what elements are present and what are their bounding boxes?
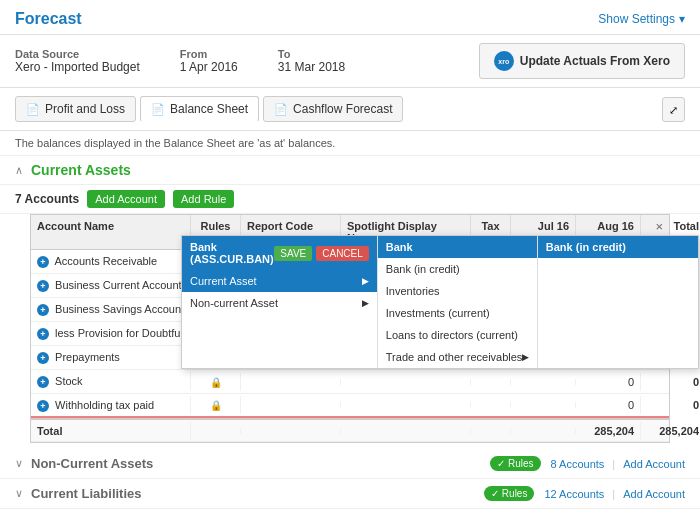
total-cell: 0 [641,373,700,391]
current-liabilities-links: 12 Accounts | Add Account [544,488,685,500]
lock-icon: 🔒 [210,400,222,411]
document-icon: 📄 [151,103,165,116]
account-name-cell: + Accounts Receivable [31,252,191,271]
close-dropdown-button[interactable]: × [655,220,663,233]
table-row: + Stock 🔒 0 0 [31,370,669,394]
add-account-button[interactable]: Add Account [87,190,165,208]
expand-button[interactable]: ⤢ [662,97,685,122]
tax-cell [471,402,511,408]
section-toggle-icon[interactable]: ∨ [15,487,23,500]
dropdown-actions: SAVE CANCEL [274,246,369,261]
accounts-count: 8 Accounts [551,458,605,470]
non-current-assets-links: 8 Accounts | Add Account [551,458,685,470]
account-name-cell: + Withholding tax paid [31,396,191,415]
section-title: Non-Current Assets [31,456,153,471]
document-icon: 📄 [274,103,288,116]
report-code-cell [241,379,341,385]
from-date-item: From 1 Apr 2016 [180,48,238,74]
account-icon: + [37,352,49,364]
jul16-cell [511,379,576,385]
tax-cell [471,379,511,385]
account-icon: + [37,280,49,292]
section-toggle-icon[interactable]: ∧ [15,164,23,177]
chevron-down-icon: ▾ [679,12,685,26]
rules-cell [191,428,241,434]
arrow-right-icon: ▶ [522,352,529,362]
account-icon: + [37,328,49,340]
submenu-item-trade[interactable]: Trade and other receivables ▶ [378,346,537,368]
data-source-bar: Data Source Xero - Imported Budget From … [0,35,700,88]
rules-badge[interactable]: ✓ Rules [490,456,541,471]
accounts-toolbar: 7 Accounts Add Account Add Rule [0,185,700,214]
account-name-cell: + Business Savings Account [31,300,191,319]
aug16-cell: 0 [576,373,641,391]
report-code-cell [241,402,341,408]
aug16-cell: 285,204 [576,422,641,440]
table-row: + Withholding tax paid 🔒 0 0 [31,394,669,418]
app-title: Forecast [15,10,82,28]
balance-note: The balances displayed in the Balance Sh… [0,131,700,156]
accounts-table: Account Name Rules Report Code Spotlight… [30,214,670,443]
spotlight-cell [341,379,471,385]
check-icon: ✓ [497,458,505,469]
current-liabilities-section: ∨ Current Liabilities ✓ Rules 12 Account… [0,479,700,509]
dropdown-item-non-current-asset[interactable]: Non-current Asset ▶ [182,292,377,314]
spotlight-cell [341,402,471,408]
add-account-link[interactable]: Add Account [623,458,685,470]
update-actuals-button[interactable]: xro Update Actuals From Xero [479,43,685,79]
submenu-header: Bank [378,236,537,258]
to-date-item: To 31 Mar 2018 [278,48,345,74]
total-cell: 285,204 [641,422,700,440]
add-account-link[interactable]: Add Account [623,488,685,500]
tab-balance-sheet[interactable]: 📄 Balance Sheet [140,96,259,122]
cancel-report-code-button[interactable]: CANCEL [316,246,369,261]
col-header-account: Account Name [31,215,191,249]
rules-badge[interactable]: ✓ Rules [484,486,535,501]
report-code-cell [241,428,341,434]
submenu-item-loans[interactable]: Loans to directors (current) [378,324,537,346]
jul16-cell [511,428,576,434]
dropdown-header: Bank (ASS.CUR.BAN) SAVE CANCEL [182,236,377,270]
account-icon: + [37,256,49,268]
account-icon: + [37,304,49,316]
accounts-count: 7 Accounts [15,192,79,206]
tab-cashflow-forecast[interactable]: 📄 Cashflow Forecast [263,96,403,122]
total-label-cell: Total [31,422,191,440]
third-col-header: Bank (in credit) [538,236,698,258]
accounts-table-container: Account Name Rules Report Code Spotlight… [15,214,685,443]
total-cell: 0 [641,396,700,414]
app-header: Forecast Show Settings ▾ [0,0,700,35]
tax-cell [471,428,511,434]
rules-cell: 🔒 [191,396,241,414]
expand-icon: ⤢ [669,104,678,116]
non-current-assets-section: ∨ Non-Current Assets ✓ Rules 8 Accounts … [0,449,700,479]
submenu-item-inventories[interactable]: Inventories [378,280,537,302]
aug16-cell: 0 [576,396,641,414]
submenu-item-investments[interactable]: Investments (current) [378,302,537,324]
xero-icon: xro [494,51,514,71]
report-code-dropdown: Bank (ASS.CUR.BAN) SAVE CANCEL Current A… [181,235,699,369]
tab-profit-loss[interactable]: 📄 Profit and Loss [15,96,136,122]
show-settings-link[interactable]: Show Settings ▾ [598,12,685,26]
current-assets-header: ∧ Current Assets [0,156,700,185]
account-name-cell: + Business Current Account [31,276,191,295]
dropdown-first-col: Bank (ASS.CUR.BAN) SAVE CANCEL Current A… [182,236,378,368]
jul16-cell [511,402,576,408]
account-icon: + [37,400,49,412]
section-title: Current Liabilities [31,486,142,501]
spotlight-cell [341,428,471,434]
dropdown-second-col: Bank Bank (in credit) Inventories Invest… [378,236,538,368]
add-rule-button[interactable]: Add Rule [173,190,234,208]
accounts-count: 12 Accounts [544,488,604,500]
submenu-item-bank-in-credit[interactable]: Bank (in credit) [378,258,537,280]
dropdown-item-current-asset[interactable]: Current Asset ▶ [182,270,377,292]
arrow-right-icon: ▶ [362,298,369,308]
rules-cell: 🔒 [191,373,241,391]
section-toggle-icon[interactable]: ∨ [15,457,23,470]
data-source-item: Data Source Xero - Imported Budget [15,48,140,74]
document-icon: 📄 [26,103,40,116]
table-total-row: Total 285,204 285,204 [31,418,669,442]
arrow-right-icon: ▶ [362,276,369,286]
save-report-code-button[interactable]: SAVE [274,246,312,261]
tabs-bar: 📄 Profit and Loss 📄 Balance Sheet 📄 Cash… [0,88,700,131]
